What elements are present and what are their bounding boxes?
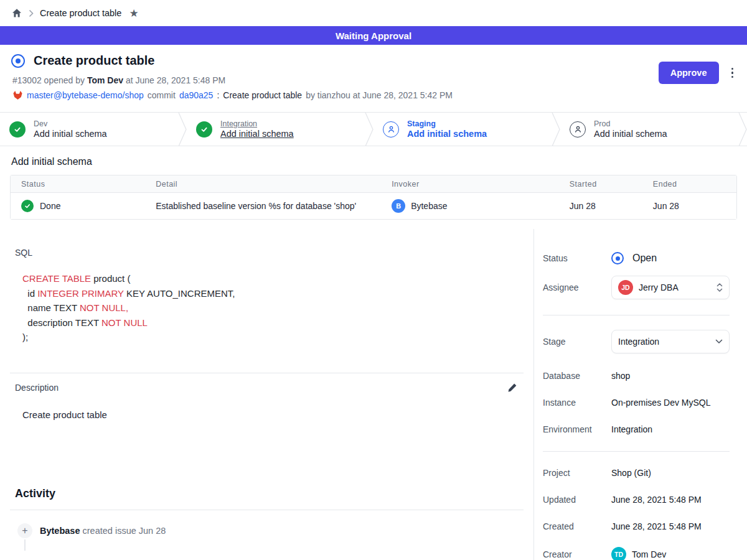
git-commit-hash-link[interactable]: da90a25 bbox=[179, 90, 214, 100]
edit-description-icon[interactable] bbox=[506, 381, 519, 394]
breadcrumb-separator-icon bbox=[29, 9, 34, 17]
assignee-avatar: JD bbox=[618, 280, 633, 295]
git-colon: : bbox=[217, 90, 219, 100]
home-icon[interactable] bbox=[11, 7, 22, 19]
updated-value: June 28, 2021 5:48 PM bbox=[611, 495, 702, 505]
activity-action: created issue Jun 28 bbox=[83, 526, 166, 536]
stage-task-label: Add initial schema bbox=[594, 129, 667, 139]
stage-done-icon bbox=[196, 121, 212, 138]
sql-section-label: SQL bbox=[15, 248, 524, 258]
stage-env-label: Dev bbox=[34, 119, 107, 128]
stage-pending-approval-icon bbox=[383, 121, 399, 138]
activity-actor: Bytebase bbox=[40, 526, 80, 536]
issue-open-icon bbox=[11, 54, 25, 68]
creator-label: Creator bbox=[543, 549, 611, 559]
column-ended: Ended bbox=[653, 180, 736, 189]
issue-opened-time: at June 28, 2021 5:48 PM bbox=[126, 75, 225, 85]
column-started: Started bbox=[570, 180, 653, 189]
issue-main-panel: SQL CREATE TABLE product ( id INTEGER PR… bbox=[0, 229, 533, 560]
assignee-value: Jerry DBA bbox=[639, 282, 711, 292]
database-value: shop bbox=[611, 371, 630, 381]
plus-icon: + bbox=[17, 523, 32, 538]
task-started: Jun 28 bbox=[570, 201, 653, 211]
project-label: Project bbox=[543, 468, 611, 478]
column-detail: Detail bbox=[156, 180, 392, 189]
stage-separator bbox=[365, 113, 374, 146]
environment-label: Environment bbox=[543, 424, 611, 434]
breadcrumb: Create product table ★ bbox=[0, 0, 747, 26]
stage-pending-icon bbox=[570, 121, 586, 138]
status-open-icon bbox=[611, 252, 624, 264]
stage-label: Stage bbox=[543, 337, 611, 347]
issue-header: Create product table #13002 opened by To… bbox=[0, 45, 747, 112]
git-branch-link[interactable]: master@bytebase-demo/shop bbox=[27, 90, 144, 100]
created-label: Created bbox=[543, 521, 611, 531]
select-arrows-icon bbox=[716, 282, 723, 292]
instance-label: Instance bbox=[543, 398, 611, 408]
issue-author: Tom Dev bbox=[87, 75, 123, 85]
sql-code: CREATE TABLE product ( id INTEGER PRIMAR… bbox=[22, 271, 524, 345]
stage-integration[interactable]: Integration Add initial schema bbox=[187, 113, 365, 146]
stage-env-label: Integration bbox=[220, 119, 294, 128]
divider bbox=[10, 510, 524, 510]
git-commit-label: commit bbox=[148, 90, 176, 100]
stage-separator bbox=[552, 113, 560, 146]
activity-timeline-connector bbox=[24, 539, 26, 551]
stage-prod[interactable]: Prod Add initial schema bbox=[560, 113, 738, 146]
project-value: Shop (Git) bbox=[611, 468, 651, 478]
assignee-select[interactable]: JD Jerry DBA bbox=[611, 276, 730, 299]
updated-label: Updated bbox=[543, 495, 611, 505]
pipeline-stages: Dev Add initial schema Integration Add i… bbox=[0, 112, 747, 146]
stage-done-icon bbox=[9, 121, 26, 138]
activity-title: Activity bbox=[15, 487, 524, 500]
stage-env-label: Staging bbox=[407, 119, 487, 128]
task-section-title: Add initial schema bbox=[11, 156, 737, 167]
creator-value: Tom Dev bbox=[632, 549, 666, 559]
assignee-label: Assignee bbox=[543, 282, 611, 292]
git-commit-message: Create product table bbox=[223, 90, 302, 100]
stage-select[interactable]: Integration bbox=[611, 330, 730, 353]
stage-separator bbox=[178, 113, 187, 146]
done-check-icon bbox=[21, 200, 34, 212]
divider bbox=[543, 315, 730, 315]
task-section: Add initial schema Status Detail Invoker… bbox=[0, 146, 747, 229]
breadcrumb-title: Create product table bbox=[40, 8, 121, 18]
description-content: Create product table bbox=[22, 409, 524, 420]
stage-dev[interactable]: Dev Add initial schema bbox=[0, 113, 178, 146]
column-invoker: Invoker bbox=[392, 180, 570, 189]
column-status: Status bbox=[11, 180, 156, 189]
stage-task-label: Add initial schema bbox=[407, 129, 487, 139]
approval-banner-text: Waiting Approval bbox=[336, 30, 411, 41]
task-detail: Established baseline version %s for data… bbox=[156, 201, 392, 211]
stage-task-label: Add initial schema bbox=[220, 129, 294, 139]
created-value: June 28, 2021 5:48 PM bbox=[611, 521, 702, 531]
gitlab-icon bbox=[12, 90, 23, 100]
divider bbox=[10, 373, 524, 373]
issue-title: Create product table bbox=[34, 54, 154, 68]
stage-task-label: Add initial schema bbox=[34, 129, 107, 139]
description-label: Description bbox=[15, 383, 59, 393]
more-options-icon[interactable] bbox=[728, 65, 738, 81]
issue-number: #13002 opened by bbox=[12, 75, 85, 85]
approve-button[interactable]: Approve bbox=[659, 62, 719, 84]
activity-item: + Bytebase created issue Jun 28 bbox=[17, 523, 524, 538]
git-commit-meta: by tianzhou at June 28, 2021 5:42 PM bbox=[306, 90, 453, 100]
stage-env-label: Prod bbox=[594, 119, 667, 128]
stage-staging[interactable]: Staging Add initial schema bbox=[374, 113, 552, 146]
favorite-star-icon[interactable]: ★ bbox=[129, 7, 138, 20]
bytebase-avatar: B bbox=[392, 199, 405, 213]
issue-meta: #13002 opened by Tom Dev at June 28, 202… bbox=[12, 75, 737, 85]
task-invoker: Bytebase bbox=[411, 201, 447, 211]
task-status: Done bbox=[40, 201, 60, 211]
approval-banner: Waiting Approval bbox=[0, 26, 747, 45]
environment-value: Integration bbox=[611, 424, 652, 434]
database-label: Database bbox=[543, 371, 611, 381]
creator-avatar: TD bbox=[611, 547, 626, 560]
status-label: Status bbox=[543, 253, 611, 263]
stage-separator bbox=[738, 113, 747, 146]
stage-value: Integration bbox=[618, 337, 710, 347]
instance-value: On-premises Dev MySQL bbox=[611, 398, 710, 408]
status-value: Open bbox=[632, 253, 657, 264]
task-table-row[interactable]: Done Established baseline version %s for… bbox=[11, 193, 736, 219]
task-table-header: Status Detail Invoker Started Ended bbox=[11, 175, 736, 193]
